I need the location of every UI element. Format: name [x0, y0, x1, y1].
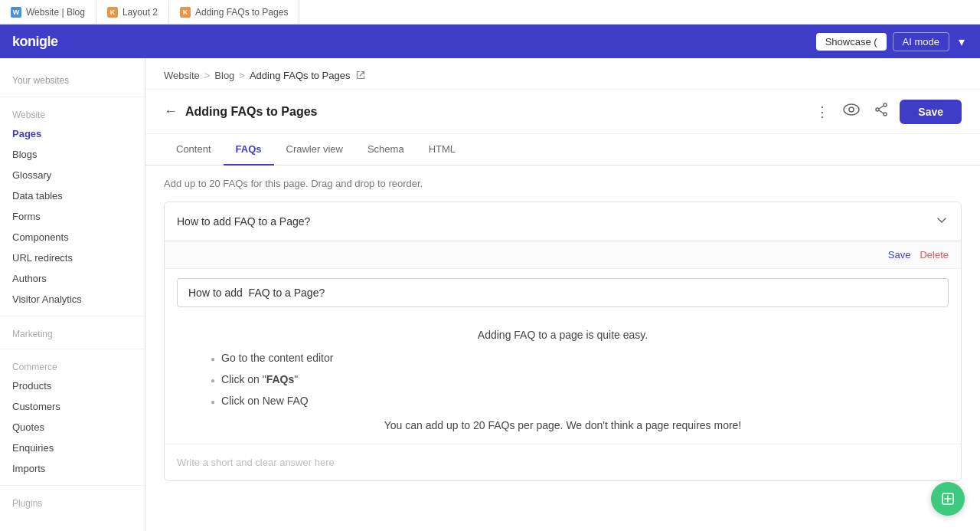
breadcrumb-website[interactable]: Website [164, 70, 200, 81]
breadcrumb-sep-1: > [204, 70, 211, 81]
sidebar-item-url-redirects[interactable]: URL redirects [0, 247, 145, 268]
more-icon: ⋮ [815, 103, 829, 120]
faq-answer-intro: Adding FAQ to a page is quite easy. [195, 329, 930, 341]
sidebar-item-customers[interactable]: Customers [0, 396, 145, 417]
sidebar-item-blogs[interactable]: Blogs [0, 144, 145, 165]
faq-list-item-2-text: Click on "FAQs" [221, 373, 298, 385]
bullet-1: ● [211, 355, 215, 363]
sidebar-item-glossary[interactable]: Glossary [0, 165, 145, 185]
sidebar-divider-4 [0, 485, 145, 486]
faq-accordion-header[interactable]: How to add FAQ to a Page? [165, 202, 961, 241]
faq-accordion-item: How to add FAQ to a Page? Save Delete [164, 202, 962, 481]
preview-icon [843, 103, 860, 120]
sidebar-item-forms[interactable]: Forms [0, 206, 145, 227]
tab-html[interactable]: HTML [416, 134, 468, 166]
sidebar-item-data-tables[interactable]: Data tables [0, 185, 145, 206]
more-options-button[interactable]: ⋮ [812, 100, 832, 123]
faq-answer-body: Adding FAQ to a page is quite easy. ● Go… [165, 316, 961, 444]
svg-point-0 [844, 104, 859, 115]
browser-tab-3[interactable]: K Adding FAQs to Pages [169, 0, 299, 24]
sidebar-divider-2 [0, 316, 145, 316]
tab2-label: Layout 2 [122, 7, 158, 18]
sidebar-item-visitor-analytics[interactable]: Visitor Analytics [0, 289, 145, 310]
preview-button[interactable] [840, 100, 863, 123]
breadcrumb-current: Adding FAQs to Pages [250, 70, 351, 81]
sidebar-item-components[interactable]: Components [0, 227, 145, 247]
tab1-label: Website | Blog [26, 7, 85, 18]
back-icon: ← [164, 103, 178, 120]
bullet-2: ● [211, 376, 215, 385]
navbar-chevron-button[interactable]: ▾ [956, 31, 968, 52]
tab-schema[interactable]: Schema [355, 134, 416, 166]
external-link-icon[interactable] [354, 69, 367, 81]
page-title: Adding FAQs to Pages [185, 105, 317, 119]
showcase-button[interactable]: Showcase ( [816, 33, 887, 51]
breadcrumb-sep-2: > [239, 70, 245, 81]
tab1-icon: W [11, 7, 21, 18]
commerce-section-label: Commerce [0, 356, 145, 375]
sidebar-item-products[interactable]: Products [0, 375, 145, 396]
faq-chevron-icon [935, 213, 949, 230]
faq-actions-bar: Save Delete [165, 241, 961, 269]
main-content: Website > Blog > Adding FAQs to Pages ← … [145, 58, 980, 531]
sidebar-item-enquiries[interactable]: Enquiries [0, 438, 145, 458]
faq-list-item-3-text: Click on New FAQ [221, 395, 309, 407]
browser-tab-1[interactable]: W Website | Blog [0, 0, 96, 24]
fab-button[interactable] [931, 482, 965, 516]
faq-write-placeholder: Write a short and clear answer here [177, 457, 335, 468]
tab-faqs[interactable]: FAQs [224, 134, 274, 166]
svg-point-3 [876, 108, 879, 111]
faq-answer-list: ● Go to the content editor ● Click on "F… [195, 352, 930, 407]
save-button[interactable]: Save [900, 100, 962, 124]
share-icon [874, 102, 889, 121]
sidebar: Your websites Website Pages Blogs Glossa… [0, 58, 145, 531]
svg-line-6 [879, 110, 884, 113]
breadcrumb-blog[interactable]: Blog [214, 70, 234, 81]
faq-answer-footer: You can add up to 20 FAQs per page. We d… [195, 419, 930, 431]
faq-list-item-1-text: Go to the content editor [221, 352, 333, 364]
tab3-icon: K [180, 7, 191, 18]
ai-mode-button[interactable]: AI mode [893, 32, 949, 51]
faq-inline-save[interactable]: Save [888, 249, 911, 261]
svg-point-2 [884, 103, 887, 107]
faq-inline-delete[interactable]: Delete [920, 249, 949, 261]
page-header-left: ← Adding FAQs to Pages [164, 103, 317, 120]
tab-crawler-view[interactable]: Crawler view [274, 134, 355, 166]
faq-expanded-content: Save Delete Adding FAQ to a page is quit… [165, 241, 961, 480]
back-button[interactable]: ← [164, 103, 178, 120]
faq-hint: Add up to 20 FAQs for this page. Drag an… [164, 178, 962, 189]
faq-write-area[interactable]: Write a short and clear answer here [165, 444, 961, 480]
logo: konigle [12, 34, 58, 50]
page-header-right: ⋮ [812, 99, 962, 124]
svg-point-1 [849, 107, 854, 112]
tab-content[interactable]: Content [164, 134, 224, 166]
sidebar-item-pages[interactable]: Pages [0, 123, 145, 144]
faq-question-input[interactable] [177, 278, 949, 307]
tabs-bar: Content FAQs Crawler view Schema HTML [145, 134, 980, 166]
tab2-icon: K [107, 7, 118, 18]
page-header: ← Adding FAQs to Pages ⋮ [145, 90, 980, 134]
main-layout: Your websites Website Pages Blogs Glossa… [0, 58, 980, 531]
sidebar-item-imports[interactable]: Imports [0, 458, 145, 479]
faq-list-item-2: ● Click on "FAQs" [195, 373, 930, 385]
website-section-label: Website [0, 103, 145, 123]
sidebar-divider-3 [0, 349, 145, 349]
bold-faqs: FAQs [266, 373, 295, 385]
bullet-3: ● [211, 398, 215, 406]
browser-tabs-bar: W Website | Blog K Layout 2 K Adding FAQ… [0, 0, 980, 25]
your-websites-label[interactable]: Your websites [0, 70, 145, 90]
sidebar-divider-1 [0, 97, 145, 97]
svg-point-4 [884, 113, 887, 116]
sidebar-item-quotes[interactable]: Quotes [0, 417, 145, 438]
svg-line-5 [879, 106, 884, 109]
sidebar-item-authors[interactable]: Authors [0, 268, 145, 289]
plugins-section-label: Plugins [0, 492, 145, 512]
browser-tab-2[interactable]: K Layout 2 [96, 0, 169, 24]
faq-list-item-3: ● Click on New FAQ [195, 395, 930, 407]
breadcrumb: Website > Blog > Adding FAQs to Pages [145, 58, 980, 90]
faq-list-item-1: ● Go to the content editor [195, 352, 930, 364]
navbar: konigle Showcase ( AI mode ▾ [0, 25, 980, 58]
navbar-right: Showcase ( AI mode ▾ [816, 31, 968, 52]
share-button[interactable] [871, 99, 892, 124]
faq-question-display: How to add FAQ to a Page? [177, 215, 310, 228]
